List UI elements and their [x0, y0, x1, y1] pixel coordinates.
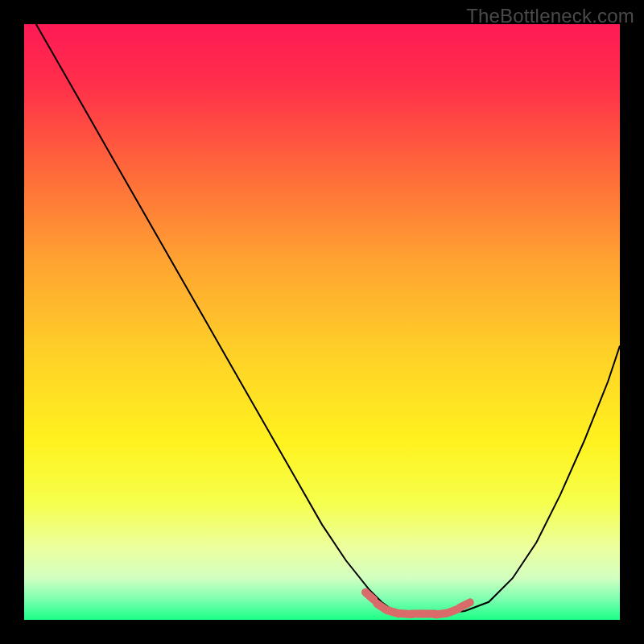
chart-frame: TheBottleneck.com: [0, 0, 644, 644]
bottleneck-chart: [24, 24, 620, 620]
chart-plot-area: [24, 24, 620, 620]
gradient-background: [24, 24, 620, 620]
